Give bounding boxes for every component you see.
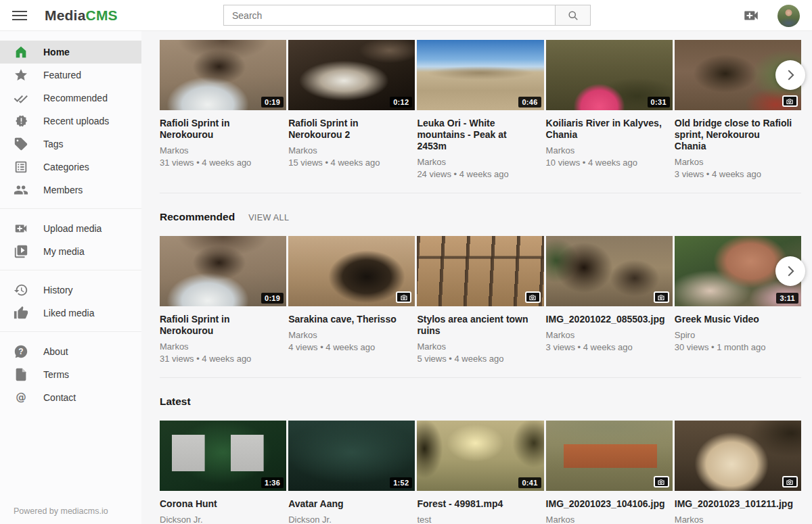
sidebar-item-label: Contact <box>43 392 76 403</box>
media-thumbnail[interactable] <box>417 236 543 306</box>
carousel-next-button[interactable] <box>775 60 805 90</box>
media-card[interactable]: 0:19 Rafioli Sprint in Nerokourou Markos… <box>160 40 286 179</box>
sidebar-item-recommended[interactable]: Recommended <box>0 87 141 110</box>
sidebar-item-recent-uploads[interactable]: Recent uploads <box>0 110 141 133</box>
sidebar-item-featured[interactable]: Featured <box>0 64 141 87</box>
carousel-next-button[interactable] <box>775 256 805 286</box>
media-author[interactable]: Markos <box>417 341 543 352</box>
history-icon <box>14 283 28 297</box>
media-title[interactable]: IMG_20201023_104106.jpg <box>546 498 673 510</box>
media-author[interactable]: Markos <box>288 145 415 156</box>
media-title[interactable]: Rafioli Sprint in Nerokourou <box>160 314 286 337</box>
media-card[interactable]: IMG_20201023_101211.jpg Markos 4 views •… <box>675 421 801 524</box>
view-all-link[interactable]: VIEW ALL <box>248 213 289 222</box>
media-title[interactable]: Sarakina cave, Therisso <box>288 314 415 325</box>
sidebar-group: Home Featured Recommended Recent uploads… <box>0 38 141 208</box>
media-thumbnail[interactable]: 0:41 <box>417 421 543 491</box>
media-title[interactable]: Rafioli Sprint in Nerokourou 2 <box>288 118 415 141</box>
sidebar-item-contact[interactable]: @ Contact <box>0 386 141 409</box>
media-card[interactable]: 0:19 Rafioli Sprint in Nerokourou Markos… <box>160 236 286 364</box>
media-title[interactable]: IMG_20201022_085503.jpg <box>546 314 673 325</box>
media-card[interactable]: IMG_20201023_104106.jpg Markos 4 views •… <box>546 421 673 524</box>
media-thumbnail[interactable] <box>546 236 673 306</box>
media-card[interactable]: Stylos area ancient town ruins Markos 5 … <box>417 236 543 364</box>
sidebar-group: History Liked media <box>0 270 141 331</box>
media-author[interactable]: Dickson Jr. <box>288 515 415 524</box>
media-card[interactable]: Sarakina cave, Therisso Markos 4 views •… <box>288 236 415 364</box>
media-card[interactable]: 1:52 Avatar Aang Dickson Jr. 12 views • … <box>288 421 415 524</box>
media-title[interactable]: Rafioli Sprint in Nerokourou <box>160 118 286 141</box>
camera-icon <box>657 293 665 302</box>
section-featured: Featured VIEW ALL 0:19 Rafioli Sprint in… <box>160 15 801 193</box>
media-thumbnail[interactable]: 0:19 <box>160 40 286 110</box>
media-author[interactable]: Spiro <box>675 330 801 340</box>
search-button[interactable] <box>555 5 591 26</box>
media-thumbnail[interactable] <box>288 236 415 306</box>
sidebar-item-about[interactable]: ? About <box>0 340 141 363</box>
media-author[interactable]: Markos <box>288 330 415 340</box>
site-logo[interactable]: MediaCMS <box>45 7 118 24</box>
media-author[interactable]: Markos <box>546 145 673 156</box>
media-thumbnail[interactable]: 0:31 <box>546 40 673 110</box>
media-author[interactable]: Markos <box>160 341 286 352</box>
media-card[interactable]: 1:36 Corona Hunt Dickson Jr. 6 views • 4… <box>160 421 286 524</box>
media-thumbnail[interactable]: 1:36 <box>160 421 286 491</box>
media-title[interactable]: Old bridge close to Rafioli sprint, Nero… <box>675 118 801 152</box>
media-author[interactable]: Markos <box>546 330 673 340</box>
sidebar-item-categories[interactable]: Categories <box>0 156 141 178</box>
media-author[interactable]: Markos <box>160 145 286 156</box>
media-title[interactable]: Avatar Aang <box>288 498 415 510</box>
sidebar-item-upload-media[interactable]: Upload media <box>0 217 141 240</box>
duration-badge: 0:41 <box>518 477 541 488</box>
media-card[interactable]: IMG_20201022_085503.jpg Markos 3 views •… <box>546 236 673 364</box>
media-card[interactable]: 3:11 Greek Music Video Spiro 30 views • … <box>675 236 801 364</box>
media-title[interactable]: Forest - 49981.mp4 <box>417 498 543 510</box>
menu-icon[interactable] <box>12 8 27 23</box>
media-card[interactable]: 0:41 Forest - 49981.mp4 test 17 views • … <box>417 421 543 524</box>
media-card[interactable]: 0:31 Koiliaris River in Kalyves, Chania … <box>546 40 673 179</box>
media-thumbnail[interactable]: 0:19 <box>160 236 286 306</box>
sidebar-item-home[interactable]: Home <box>0 41 141 64</box>
media-author[interactable]: Dickson Jr. <box>160 515 286 524</box>
media-thumbnail[interactable] <box>546 421 673 491</box>
powered-by-link[interactable]: Powered by mediacms.io <box>14 506 108 516</box>
sidebar-item-history[interactable]: History <box>0 279 141 302</box>
media-author[interactable]: Markos <box>417 157 543 167</box>
sidebar-item-tags[interactable]: Tags <box>0 133 141 156</box>
media-card[interactable]: 0:46 Leuka Ori - White mountains - Peak … <box>417 40 543 179</box>
media-author[interactable]: Markos <box>675 515 801 524</box>
main-content: Featured VIEW ALL 0:19 Rafioli Sprint in… <box>141 0 812 524</box>
sidebar-item-liked-media[interactable]: Liked media <box>0 302 141 325</box>
media-title[interactable]: Leuka Ori - White mountains - Peak at 24… <box>417 118 543 152</box>
media-title[interactable]: Greek Music Video <box>675 314 801 325</box>
media-thumbnail[interactable]: 1:52 <box>288 421 415 491</box>
media-card[interactable]: 0:12 Rafioli Sprint in Nerokourou 2 Mark… <box>288 40 415 179</box>
sidebar-item-label: Recent uploads <box>43 116 109 126</box>
sidebar-item-members[interactable]: Members <box>0 178 141 201</box>
media-thumbnail[interactable] <box>675 421 801 491</box>
media-author[interactable]: Markos <box>675 157 801 167</box>
camera-icon <box>528 293 537 302</box>
user-avatar[interactable] <box>777 5 800 27</box>
logo-media-part: Media <box>45 7 86 23</box>
sidebar-item-my-media[interactable]: My media <box>0 240 141 263</box>
upload-video-icon[interactable] <box>742 7 760 24</box>
photo-badge <box>396 291 411 303</box>
media-author[interactable]: Markos <box>546 515 673 524</box>
media-title[interactable]: Corona Hunt <box>160 498 286 510</box>
sidebar-item-terms[interactable]: Terms <box>0 363 141 386</box>
media-thumbnail[interactable]: 0:12 <box>288 40 415 110</box>
media-card[interactable]: Old bridge close to Rafioli sprint, Nero… <box>675 40 801 179</box>
media-meta: 31 views • 4 weeks ago <box>160 354 286 364</box>
sidebar-item-label: History <box>43 285 73 295</box>
sidebar-item-label: Tags <box>43 139 64 149</box>
search-input[interactable] <box>223 5 555 26</box>
logo-cms-part: CMS <box>86 7 118 23</box>
media-author[interactable]: test <box>417 515 543 524</box>
media-thumbnail[interactable]: 0:46 <box>417 40 543 110</box>
sidebar-item-label: Liked media <box>43 308 95 318</box>
media-title[interactable]: Koiliaris River in Kalyves, Chania <box>546 118 673 141</box>
media-title[interactable]: IMG_20201023_101211.jpg <box>675 498 801 510</box>
photo-badge <box>525 291 541 303</box>
media-title[interactable]: Stylos area ancient town ruins <box>417 314 543 337</box>
